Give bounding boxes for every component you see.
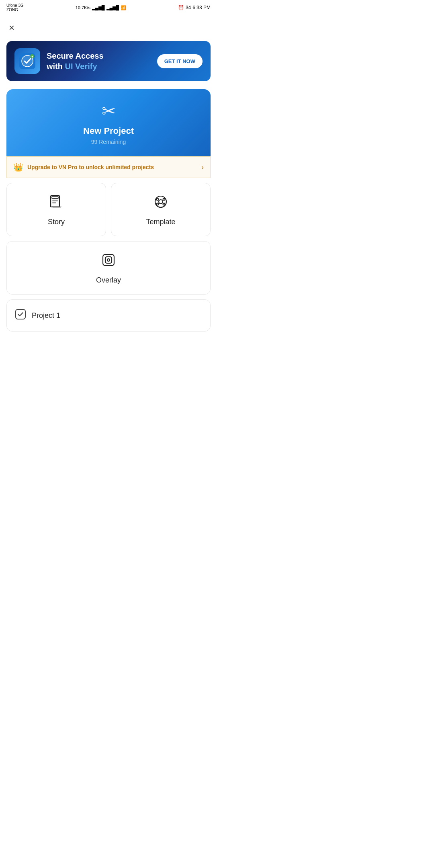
upgrade-text: Upgrade to VN Pro to unlock unlimited pr… [27,164,154,170]
signal-icon2: ▂▄▆█ [106,5,119,10]
crown-icon: 👑 [13,162,23,172]
ad-title: Secure Access [47,51,151,61]
get-it-now-button[interactable]: GET IT NOW [157,54,203,68]
status-right: ⏰ 34 6:33 PM [178,5,211,10]
ad-app-icon: ✦ [14,48,40,74]
status-bar: Ufone 3G ZONG 10.7K/s ▂▄▆█ ▂▄▆█ 📶 ⏰ 34 6… [0,0,217,14]
svg-point-16 [163,203,165,205]
signal-icon: ▂▄▆█ [92,5,105,10]
svg-point-12 [159,200,163,204]
template-label: Template [146,218,175,226]
carrier-name: Ufone 3G [6,3,24,8]
scissors-icon: ✂ [102,101,116,121]
ad-banner[interactable]: ✦ Secure Access with UI Verify GET IT NO… [6,41,211,81]
svg-point-13 [157,199,159,201]
project1-card[interactable]: Project 1 [6,299,211,332]
upgrade-text-wrap: 👑 Upgrade to VN Pro to unlock unlimited … [13,162,154,172]
ad-text: Secure Access with UI Verify [47,51,151,72]
carrier-info: Ufone 3G ZONG [6,3,24,12]
chevron-right-icon: › [201,163,204,172]
svg-text:✦: ✦ [31,55,34,59]
close-button[interactable]: × [2,18,22,38]
overlay-icon [101,253,116,270]
time-display: 6:33 PM [192,5,211,10]
project-type-grid: Story Template [6,183,211,236]
ad-subtitle: with UI Verify [47,61,151,72]
svg-rect-9 [52,197,58,199]
remaining-count: 99 Remaining [91,139,126,145]
wifi-icon: 📶 [121,5,126,10]
project1-icon [15,309,26,322]
svg-point-14 [163,199,165,201]
svg-rect-17 [103,254,114,266]
overlay-card[interactable]: Overlay [6,241,211,295]
new-project-section: ✂ New Project 99 Remaining 👑 Upgrade to … [6,89,211,178]
svg-rect-20 [16,309,25,319]
network-speed: 10.7K/s ▂▄▆█ ▂▄▆█ 📶 [76,5,127,10]
story-label: Story [48,218,65,226]
story-icon [49,194,63,212]
alarm-icon: ⏰ [178,5,184,10]
story-card[interactable]: Story [6,183,106,236]
svg-rect-18 [105,257,112,263]
svg-point-11 [155,196,166,207]
carrier-name2: ZONG [6,8,24,12]
upgrade-banner[interactable]: 👑 Upgrade to VN Pro to unlock unlimited … [6,156,211,178]
overlay-label: Overlay [96,276,121,285]
template-icon [154,194,168,212]
svg-point-15 [157,203,159,205]
battery-level: 34 [186,5,191,10]
ui-verify-icon: ✦ [19,53,35,69]
new-project-title: New Project [83,126,134,136]
project1-label: Project 1 [32,311,60,320]
svg-point-19 [107,259,110,261]
close-icon: × [9,22,14,33]
template-card[interactable]: Template [111,183,211,236]
new-project-card[interactable]: ✂ New Project 99 Remaining [6,89,211,156]
